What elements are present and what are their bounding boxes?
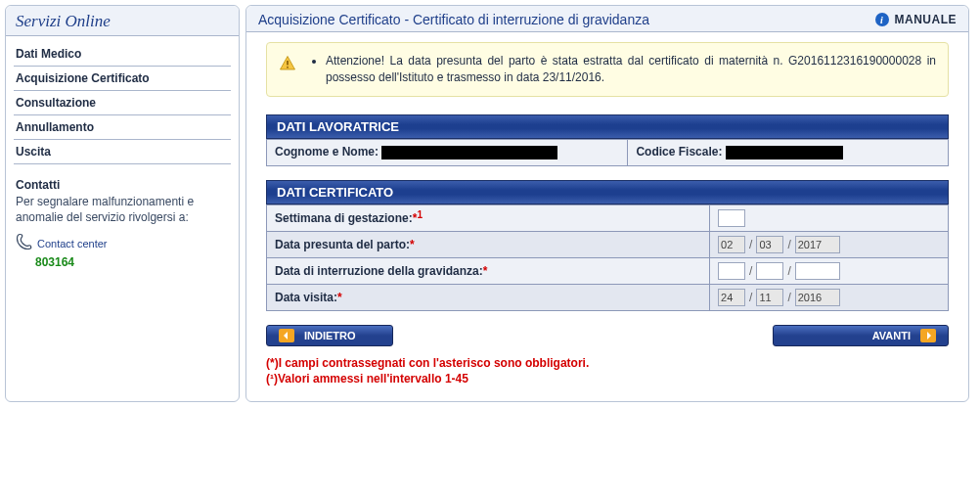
asterisk: *	[337, 291, 342, 304]
data-parto-year	[795, 236, 840, 253]
date-separator: /	[787, 264, 790, 278]
manual-link[interactable]: i MANUALE	[875, 13, 958, 26]
contact-line: Contact center	[14, 231, 231, 255]
arrow-right-icon	[920, 329, 936, 342]
data-visita-month	[756, 289, 783, 306]
button-row: INDIETRO AVANTI	[266, 325, 949, 346]
section-header-certificato: DATI CERTIFICATO	[266, 180, 949, 204]
main-header: Acquisizione Certificato - Certificato d…	[246, 6, 968, 32]
main-panel: Acquisizione Certificato - Certificato d…	[245, 5, 969, 402]
sidebar-item-annullamento[interactable]: Annullamento	[14, 115, 231, 140]
data-visita-day	[718, 289, 745, 306]
alert-box: Attenzione! La data presunta del parto è…	[266, 42, 949, 97]
alert-text: Attenzione! La data presunta del parto è…	[310, 53, 936, 86]
footnote-range: (¹)Valori ammessi nell'intervallo 1-45	[266, 372, 949, 386]
sidebar-item-consultazione[interactable]: Consultazione	[14, 91, 231, 115]
sidebar-item-acquisizione[interactable]: Acquisizione Certificato	[14, 67, 231, 91]
data-interruzione-day[interactable]	[718, 262, 745, 280]
contacts-title: Contatti	[14, 174, 231, 194]
date-separator: /	[749, 264, 752, 278]
data-parto-month	[756, 236, 783, 253]
data-visita-year	[795, 289, 840, 306]
date-separator: /	[787, 291, 790, 304]
warning-icon	[279, 55, 296, 72]
settimana-input[interactable]	[718, 209, 745, 227]
data-interruzione-year[interactable]	[795, 262, 840, 280]
info-icon: i	[875, 13, 889, 26]
settimana-label: Settimana di gestazione:	[275, 211, 413, 225]
contact-label: Contact center	[37, 238, 108, 250]
table-lavoratrice: Cognome e Nome: Codice Fiscale:	[266, 139, 949, 166]
sidebar-menu: Dati Medico Acquisizione Certificato Con…	[14, 42, 231, 164]
date-separator: /	[749, 238, 752, 251]
codice-label: Codice Fiscale:	[636, 145, 722, 159]
data-visita-label: Data visita:	[275, 291, 337, 304]
cognome-label: Cognome e Nome:	[275, 145, 379, 159]
arrow-left-icon	[279, 329, 294, 342]
svg-rect-0	[287, 61, 289, 66]
next-button[interactable]: AVANTI	[773, 325, 949, 346]
page-title: Acquisizione Certificato - Certificato d…	[258, 12, 649, 27]
data-parto-day	[718, 236, 745, 253]
table-certificato: Settimana di gestazione:*1 Data presunta…	[266, 204, 949, 311]
data-interruzione-label: Data di interruzione della gravidanza:	[275, 264, 483, 278]
sidebar: Servizi Online Dati Medico Acquisizione …	[5, 5, 240, 402]
section-header-lavoratrice: DATI LAVORATRICE	[266, 114, 949, 139]
footnote-required: (*)I campi contrassegnati con l'asterisc…	[266, 356, 949, 370]
sidebar-item-uscita[interactable]: Uscita	[14, 140, 231, 164]
asterisk: *	[483, 264, 488, 278]
alert-message: Attenzione! La data presunta del parto è…	[326, 53, 936, 86]
cognome-value	[381, 146, 557, 159]
back-button[interactable]: INDIETRO	[266, 325, 393, 346]
next-button-label: AVANTI	[872, 330, 911, 341]
asterisk: *	[410, 238, 415, 251]
data-parto-label: Data presunta del parto:	[275, 238, 410, 251]
svg-rect-1	[287, 67, 289, 68]
phone-icon	[16, 233, 33, 253]
sidebar-item-dati-medico[interactable]: Dati Medico	[14, 42, 231, 67]
contact-number: 803164	[35, 255, 231, 269]
sidebar-title: Servizi Online	[6, 6, 239, 36]
date-separator: /	[749, 291, 752, 304]
manual-text: MANUALE	[895, 13, 958, 26]
contacts-text: Per segnalare malfunzionamenti e anomali…	[14, 194, 231, 231]
date-separator: /	[787, 238, 790, 251]
data-interruzione-month[interactable]	[756, 262, 783, 280]
footnote-ref-1: 1	[417, 209, 423, 220]
back-button-label: INDIETRO	[304, 330, 356, 341]
codice-value	[726, 146, 843, 159]
